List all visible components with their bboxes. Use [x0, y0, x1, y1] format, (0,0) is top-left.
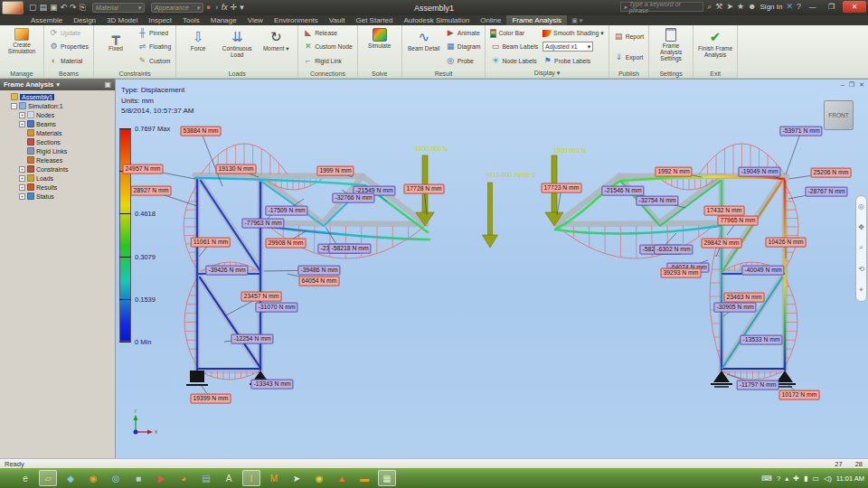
- rigid-link-button[interactable]: ⌐Rigid Link: [301, 55, 354, 66]
- taskbar-powerdvd-icon[interactable]: ▶: [152, 470, 170, 486]
- adjust-color-icon[interactable]: ●: [206, 4, 211, 12]
- frame-analysis-settings-button[interactable]: Frame Analysis Settings: [652, 26, 690, 68]
- browser-item-results[interactable]: +Results: [0, 183, 115, 192]
- tray-volume-icon[interactable]: ◁): [824, 474, 832, 483]
- custom-button[interactable]: ✎Custom: [136, 55, 173, 66]
- search-icon[interactable]: ⌕: [707, 3, 712, 11]
- exchange-apps-icon[interactable]: ✕: [786, 3, 793, 11]
- browser-header[interactable]: Frame Analysis ▾ ▣: [0, 79, 115, 90]
- sign-in-link[interactable]: Sign In: [760, 3, 783, 11]
- finish-frame-analysis-button[interactable]: ✔Finish Frame Analysis: [696, 26, 734, 68]
- tray-battery-icon[interactable]: ▮: [804, 474, 807, 483]
- navbar-tool-4-icon[interactable]: ⌖: [859, 286, 863, 295]
- tab-inspect[interactable]: Inspect: [143, 15, 177, 25]
- taskbar-media-player-icon[interactable]: ◉: [84, 470, 102, 486]
- report-button[interactable]: ▤Report: [612, 32, 646, 42]
- taskbar-file-explorer-icon[interactable]: ▱: [39, 470, 57, 486]
- taskbar-chrome-icon[interactable]: ◉: [310, 470, 328, 486]
- graphics-viewport[interactable]: YX Type: Displacement Units: mm 5/8/2014…: [116, 79, 868, 458]
- taskbar-flame-app-icon[interactable]: ▲: [333, 470, 351, 486]
- open-file-icon[interactable]: ▤: [40, 4, 48, 12]
- beam-labels-button[interactable]: ▭Beam Labels: [488, 42, 540, 52]
- tab-vault[interactable]: Vault: [324, 15, 351, 25]
- tray-help-icon[interactable]: ?: [777, 474, 780, 483]
- update-button[interactable]: ⟳Update: [47, 28, 90, 39]
- browser-item-simulation-1[interactable]: -Simulation:1: [0, 101, 115, 110]
- tray-antivirus-icon[interactable]: ✚: [793, 474, 799, 483]
- taskbar-autodesk-app-icon[interactable]: A: [220, 470, 238, 486]
- browser-item-nodes[interactable]: +Nodes: [0, 110, 115, 119]
- animate-button[interactable]: ▶Animate: [444, 28, 483, 39]
- tab-tools[interactable]: Tools: [177, 15, 205, 25]
- document-close-icon[interactable]: ✕: [859, 81, 864, 89]
- simulate-button[interactable]: Simulate: [361, 26, 399, 68]
- material-button[interactable]: ◐Material: [47, 55, 90, 66]
- pinned-button[interactable]: ╫Pinned: [136, 28, 173, 39]
- browser-item-loads[interactable]: +Loads: [0, 174, 115, 183]
- navbar-tool-2-icon[interactable]: ⌕: [859, 243, 863, 252]
- document-minimize-icon[interactable]: –: [841, 81, 844, 89]
- print-icon[interactable]: ⎘: [80, 4, 86, 12]
- tools-icon[interactable]: ⚒: [715, 3, 722, 11]
- properties-button[interactable]: ⚙Properties: [47, 42, 90, 52]
- tab-assemble[interactable]: Assemble: [25, 15, 68, 25]
- taskbar-maya-icon[interactable]: M: [265, 470, 283, 486]
- inventor-logo-icon[interactable]: [2, 1, 24, 14]
- taskbar-green-app-icon[interactable]: ▦: [378, 470, 396, 486]
- create-simulation-button[interactable]: Create Simulation: [3, 26, 41, 68]
- undo-icon[interactable]: ↶: [61, 4, 68, 12]
- help-icon[interactable]: ?: [797, 3, 801, 11]
- probe-labels-button[interactable]: ⚑Probe Labels: [541, 55, 606, 66]
- tab-get-started[interactable]: Get Started: [350, 15, 398, 25]
- tab-manage[interactable]: Manage: [205, 15, 242, 25]
- taskbar-app-dark-icon[interactable]: ■: [129, 470, 147, 486]
- parameters-icon[interactable]: fx: [222, 4, 228, 12]
- floating-button[interactable]: ⇌Floating: [136, 42, 173, 52]
- expander-icon[interactable]: +: [19, 175, 25, 182]
- browser-item-materials[interactable]: +Materials: [0, 128, 115, 137]
- taskbar-internet-explorer-icon[interactable]: e: [16, 470, 34, 486]
- export-button[interactable]: ⇓Export: [612, 52, 646, 63]
- tab-environments[interactable]: Environments: [269, 15, 324, 25]
- view-cube[interactable]: FRONT: [824, 100, 854, 130]
- expander-icon[interactable]: +: [19, 112, 25, 118]
- qat-customize-icon[interactable]: ▾: [240, 4, 244, 12]
- expander-icon[interactable]: +: [19, 121, 25, 127]
- tab-online[interactable]: Online: [475, 15, 506, 25]
- tab-view[interactable]: View: [242, 15, 269, 25]
- browser-help-icon[interactable]: ▣: [104, 80, 111, 89]
- help-search-input[interactable]: ▸Type a keyword or phrase: [620, 2, 703, 12]
- taskbar-hp-tools-icon[interactable]: ◎: [107, 470, 125, 486]
- browser-item-assembly1[interactable]: +Assembly1: [0, 92, 115, 101]
- save-icon[interactable]: ▣: [50, 4, 58, 12]
- tab-frame-analysis[interactable]: Frame Analysis: [506, 15, 567, 25]
- tab-options-icon[interactable]: ▣ ▾: [567, 15, 587, 25]
- expander-icon[interactable]: -: [11, 103, 17, 109]
- taskbar-app-blue-icon[interactable]: ◆: [61, 470, 80, 486]
- expander-icon[interactable]: +: [19, 193, 25, 200]
- tray-keyboard-icon[interactable]: ⌨: [761, 474, 772, 483]
- document-restore-icon[interactable]: ❐: [849, 81, 854, 89]
- taskbar-quill-app-icon[interactable]: ➤: [288, 470, 306, 486]
- taskbar-documents-icon[interactable]: ▤: [197, 470, 215, 486]
- expander-icon[interactable]: +: [19, 184, 25, 191]
- redo-icon[interactable]: ↷: [70, 4, 77, 12]
- browser-item-status[interactable]: +Status: [0, 192, 115, 201]
- smooth-shading-button[interactable]: Smooth Shading ▾: [541, 28, 606, 39]
- navigation-bar[interactable]: ◎✥⌕⟲⌖: [855, 195, 867, 302]
- custom-node-button[interactable]: ✕Custom Node: [301, 42, 354, 52]
- continuous-load-button[interactable]: ⇊Continuous Load: [218, 26, 256, 68]
- release-button[interactable]: ◣Release: [301, 28, 354, 39]
- expander-icon[interactable]: +: [19, 166, 25, 173]
- appearance-combo[interactable]: Appearance▾: [151, 3, 203, 13]
- material-combo[interactable]: Material▾: [92, 3, 145, 13]
- tray-show-hidden-icon[interactable]: ▴: [785, 474, 788, 483]
- tab-3d-model[interactable]: 3D Model: [101, 15, 143, 25]
- force-button[interactable]: ⇩Force: [179, 26, 217, 68]
- share-icon[interactable]: ➤: [726, 3, 733, 11]
- user-icon[interactable]: ☻: [748, 3, 756, 11]
- browser-item-releases[interactable]: +Releases: [0, 155, 115, 164]
- moment-button[interactable]: ↻Moment ▾: [257, 26, 295, 68]
- tab-design[interactable]: Design: [68, 15, 101, 25]
- tab-autodesk-simulation[interactable]: Autodesk Simulation: [398, 15, 475, 25]
